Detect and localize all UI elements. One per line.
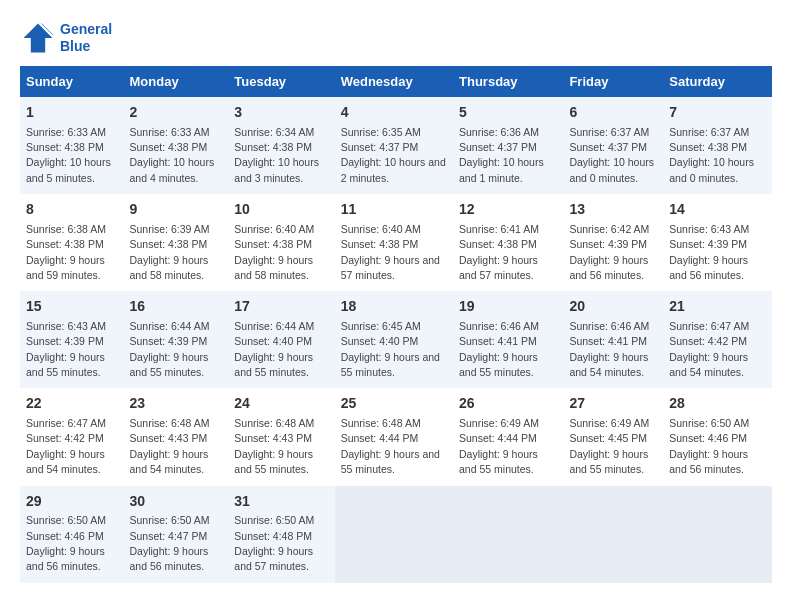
day-cell: 7Sunrise: 6:37 AMSunset: 4:38 PMDaylight… [663, 97, 772, 194]
day-info: Sunrise: 6:49 AMSunset: 4:45 PMDaylight:… [569, 417, 649, 475]
week-row-3: 15Sunrise: 6:43 AMSunset: 4:39 PMDayligh… [20, 291, 772, 388]
day-number: 27 [569, 394, 657, 414]
day-info: Sunrise: 6:50 AMSunset: 4:46 PMDaylight:… [669, 417, 749, 475]
header-friday: Friday [563, 66, 663, 97]
logo-text: General Blue [60, 21, 112, 55]
day-cell: 24Sunrise: 6:48 AMSunset: 4:43 PMDayligh… [228, 388, 334, 485]
day-number: 7 [669, 103, 766, 123]
day-number: 15 [26, 297, 118, 317]
day-info: Sunrise: 6:47 AMSunset: 4:42 PMDaylight:… [669, 320, 749, 378]
day-cell: 2Sunrise: 6:33 AMSunset: 4:38 PMDaylight… [124, 97, 229, 194]
day-number: 19 [459, 297, 557, 317]
day-number: 4 [341, 103, 447, 123]
day-cell: 1Sunrise: 6:33 AMSunset: 4:38 PMDaylight… [20, 97, 124, 194]
day-number: 30 [130, 492, 223, 512]
day-cell: 13Sunrise: 6:42 AMSunset: 4:39 PMDayligh… [563, 194, 663, 291]
day-cell: 23Sunrise: 6:48 AMSunset: 4:43 PMDayligh… [124, 388, 229, 485]
header-thursday: Thursday [453, 66, 563, 97]
day-cell: 26Sunrise: 6:49 AMSunset: 4:44 PMDayligh… [453, 388, 563, 485]
day-cell: 28Sunrise: 6:50 AMSunset: 4:46 PMDayligh… [663, 388, 772, 485]
header-monday: Monday [124, 66, 229, 97]
day-number: 16 [130, 297, 223, 317]
day-info: Sunrise: 6:50 AMSunset: 4:47 PMDaylight:… [130, 514, 210, 572]
day-info: Sunrise: 6:37 AMSunset: 4:38 PMDaylight:… [669, 126, 754, 184]
day-info: Sunrise: 6:35 AMSunset: 4:37 PMDaylight:… [341, 126, 446, 184]
day-cell: 20Sunrise: 6:46 AMSunset: 4:41 PMDayligh… [563, 291, 663, 388]
day-number: 2 [130, 103, 223, 123]
day-number: 18 [341, 297, 447, 317]
day-cell [663, 486, 772, 583]
day-info: Sunrise: 6:43 AMSunset: 4:39 PMDaylight:… [26, 320, 106, 378]
day-cell: 25Sunrise: 6:48 AMSunset: 4:44 PMDayligh… [335, 388, 453, 485]
day-number: 13 [569, 200, 657, 220]
day-number: 8 [26, 200, 118, 220]
day-cell: 15Sunrise: 6:43 AMSunset: 4:39 PMDayligh… [20, 291, 124, 388]
day-cell: 19Sunrise: 6:46 AMSunset: 4:41 PMDayligh… [453, 291, 563, 388]
header-sunday: Sunday [20, 66, 124, 97]
day-cell: 31Sunrise: 6:50 AMSunset: 4:48 PMDayligh… [228, 486, 334, 583]
calendar-table: SundayMondayTuesdayWednesdayThursdayFrid… [20, 66, 772, 583]
day-info: Sunrise: 6:37 AMSunset: 4:37 PMDaylight:… [569, 126, 654, 184]
day-info: Sunrise: 6:40 AMSunset: 4:38 PMDaylight:… [341, 223, 440, 281]
day-number: 20 [569, 297, 657, 317]
logo: General Blue [20, 20, 112, 56]
day-info: Sunrise: 6:38 AMSunset: 4:38 PMDaylight:… [26, 223, 106, 281]
day-number: 12 [459, 200, 557, 220]
day-cell: 5Sunrise: 6:36 AMSunset: 4:37 PMDaylight… [453, 97, 563, 194]
header-saturday: Saturday [663, 66, 772, 97]
day-number: 31 [234, 492, 328, 512]
day-cell: 11Sunrise: 6:40 AMSunset: 4:38 PMDayligh… [335, 194, 453, 291]
day-cell [563, 486, 663, 583]
week-row-2: 8Sunrise: 6:38 AMSunset: 4:38 PMDaylight… [20, 194, 772, 291]
day-info: Sunrise: 6:43 AMSunset: 4:39 PMDaylight:… [669, 223, 749, 281]
day-cell: 30Sunrise: 6:50 AMSunset: 4:47 PMDayligh… [124, 486, 229, 583]
day-number: 22 [26, 394, 118, 414]
header-tuesday: Tuesday [228, 66, 334, 97]
day-number: 5 [459, 103, 557, 123]
day-number: 9 [130, 200, 223, 220]
week-row-1: 1Sunrise: 6:33 AMSunset: 4:38 PMDaylight… [20, 97, 772, 194]
day-number: 6 [569, 103, 657, 123]
svg-marker-0 [24, 24, 53, 53]
day-cell: 18Sunrise: 6:45 AMSunset: 4:40 PMDayligh… [335, 291, 453, 388]
week-row-5: 29Sunrise: 6:50 AMSunset: 4:46 PMDayligh… [20, 486, 772, 583]
day-cell: 3Sunrise: 6:34 AMSunset: 4:38 PMDaylight… [228, 97, 334, 194]
day-cell: 9Sunrise: 6:39 AMSunset: 4:38 PMDaylight… [124, 194, 229, 291]
day-number: 23 [130, 394, 223, 414]
week-row-4: 22Sunrise: 6:47 AMSunset: 4:42 PMDayligh… [20, 388, 772, 485]
day-cell: 17Sunrise: 6:44 AMSunset: 4:40 PMDayligh… [228, 291, 334, 388]
header-wednesday: Wednesday [335, 66, 453, 97]
day-info: Sunrise: 6:49 AMSunset: 4:44 PMDaylight:… [459, 417, 539, 475]
day-cell: 21Sunrise: 6:47 AMSunset: 4:42 PMDayligh… [663, 291, 772, 388]
day-number: 28 [669, 394, 766, 414]
day-number: 14 [669, 200, 766, 220]
day-info: Sunrise: 6:33 AMSunset: 4:38 PMDaylight:… [26, 126, 111, 184]
day-number: 10 [234, 200, 328, 220]
day-info: Sunrise: 6:48 AMSunset: 4:43 PMDaylight:… [130, 417, 210, 475]
day-info: Sunrise: 6:33 AMSunset: 4:38 PMDaylight:… [130, 126, 215, 184]
day-number: 11 [341, 200, 447, 220]
day-number: 17 [234, 297, 328, 317]
day-cell [453, 486, 563, 583]
day-cell: 27Sunrise: 6:49 AMSunset: 4:45 PMDayligh… [563, 388, 663, 485]
day-info: Sunrise: 6:45 AMSunset: 4:40 PMDaylight:… [341, 320, 440, 378]
day-number: 3 [234, 103, 328, 123]
day-info: Sunrise: 6:50 AMSunset: 4:46 PMDaylight:… [26, 514, 106, 572]
day-info: Sunrise: 6:44 AMSunset: 4:40 PMDaylight:… [234, 320, 314, 378]
header-row: SundayMondayTuesdayWednesdayThursdayFrid… [20, 66, 772, 97]
day-info: Sunrise: 6:50 AMSunset: 4:48 PMDaylight:… [234, 514, 314, 572]
day-number: 25 [341, 394, 447, 414]
day-number: 26 [459, 394, 557, 414]
logo-icon [20, 20, 56, 56]
day-number: 29 [26, 492, 118, 512]
day-cell [335, 486, 453, 583]
day-info: Sunrise: 6:47 AMSunset: 4:42 PMDaylight:… [26, 417, 106, 475]
day-info: Sunrise: 6:40 AMSunset: 4:38 PMDaylight:… [234, 223, 314, 281]
day-info: Sunrise: 6:46 AMSunset: 4:41 PMDaylight:… [569, 320, 649, 378]
day-cell: 29Sunrise: 6:50 AMSunset: 4:46 PMDayligh… [20, 486, 124, 583]
header: General Blue [20, 20, 772, 56]
day-cell: 22Sunrise: 6:47 AMSunset: 4:42 PMDayligh… [20, 388, 124, 485]
day-cell: 10Sunrise: 6:40 AMSunset: 4:38 PMDayligh… [228, 194, 334, 291]
day-cell: 12Sunrise: 6:41 AMSunset: 4:38 PMDayligh… [453, 194, 563, 291]
day-number: 21 [669, 297, 766, 317]
